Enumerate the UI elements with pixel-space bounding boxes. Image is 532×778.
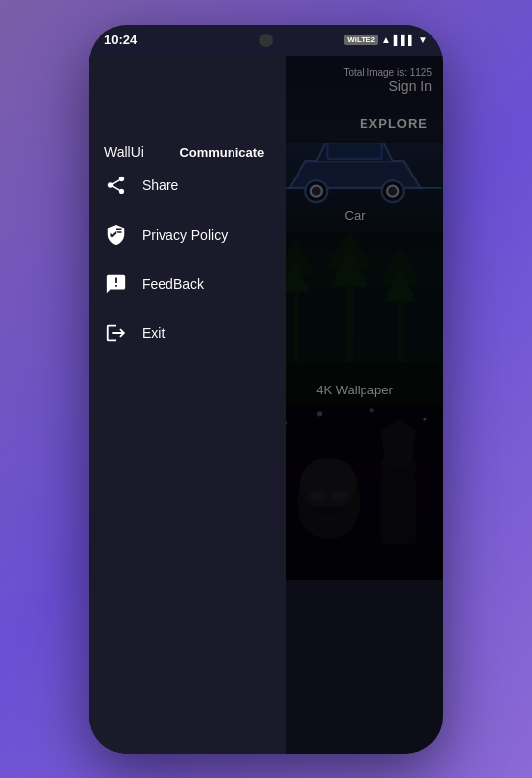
status-time: 10:24 — [104, 33, 137, 47]
drawer-item-exit[interactable]: Exit — [89, 309, 286, 358]
feedback-icon — [104, 272, 128, 296]
side-drawer: WallUi Communicate Share — [89, 56, 286, 754]
phone-inner: 10:24 WiLTE2 ▲ ▌▌▌ ▼ — [89, 25, 443, 754]
share-icon — [104, 174, 128, 197]
privacy-icon — [104, 223, 128, 247]
status-icons: WiLTE2 ▲ ▌▌▌ ▼ — [344, 35, 428, 45]
feedback-label: FeedBack — [142, 276, 204, 292]
drawer-section-communicate: Communicate — [164, 137, 280, 168]
share-label: Share — [142, 177, 178, 193]
phone-frame: 10:24 WiLTE2 ▲ ▌▌▌ ▼ — [89, 25, 443, 754]
camera-notch — [259, 34, 273, 47]
signal-icon: ▲ — [381, 35, 391, 45]
drawer-item-feedback[interactable]: FeedBack — [89, 259, 286, 309]
exit-icon — [104, 321, 128, 345]
drawer-item-privacy[interactable]: Privacy Policy — [89, 210, 286, 259]
network-badge: WiLTE2 — [344, 35, 378, 45]
privacy-label: Privacy Policy — [142, 227, 228, 243]
signal-bars: ▌▌▌ — [394, 35, 415, 45]
app-content: Superhero — [89, 56, 443, 754]
status-bar: 10:24 WiLTE2 ▲ ▌▌▌ ▼ — [89, 25, 443, 56]
drawer-app-name: WallUi — [89, 136, 160, 176]
battery-icon: ▼ — [418, 35, 428, 45]
exit-label: Exit — [142, 325, 165, 341]
